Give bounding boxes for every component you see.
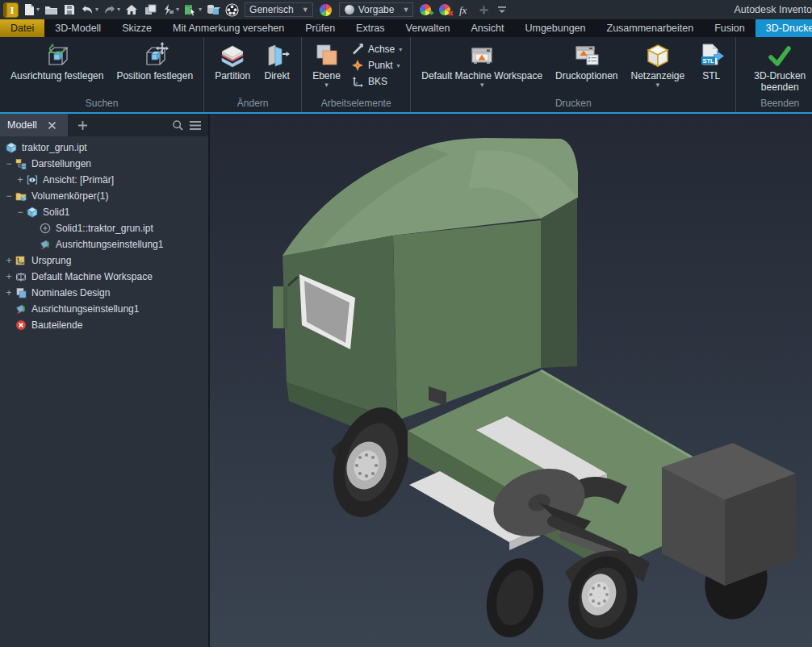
chevron-down-icon: ▾ [95,6,98,13]
tab-extras[interactable]: Extras [345,19,395,37]
vorgabe-dropdown[interactable]: Vorgabe▼ [339,2,414,17]
undo-icon[interactable]: ▾ [80,1,99,19]
add-icon[interactable] [475,1,492,19]
minus-expander-icon[interactable]: − [15,204,26,220]
ribbon-panel-title-suchen: Suchen [0,97,203,112]
home-icon[interactable] [123,1,140,19]
tree-item-default-machine-workspace[interactable]: +Default Machine Workspace [0,269,208,285]
open-folder-icon[interactable] [43,1,59,19]
representations-icon [15,158,27,169]
plus-expander-icon[interactable]: + [3,285,15,301]
ucs-icon [351,75,364,88]
inventor-logo[interactable]: I [2,1,19,19]
tree-item-volumenk-rper-1[interactable]: −Volumenkörper(1) [0,188,208,204]
tab-3d-drucken[interactable]: 3D-Drucken [755,19,812,37]
model-tree: traktor_grun.ipt−Darstellungen+Ansicht: … [0,136,208,647]
ribbon-button-druckoptionen[interactable]: Druckoptionen [550,40,623,81]
tab-datei[interactable]: Datei [0,19,44,37]
tab-umgebungen[interactable]: Umgebungen [514,19,596,37]
ribbon-button-partition[interactable]: Partition [209,40,256,81]
tab-verwalten[interactable]: Verwalten [396,19,461,37]
plus-expander-icon[interactable]: + [3,253,15,269]
chevron-down-icon: ▾ [324,81,329,90]
ribbon-button-position-festlegen[interactable]: Position festlegen [111,40,199,81]
pages-icon[interactable] [142,1,158,19]
plus-expander-icon[interactable]: + [15,172,26,188]
tab-zusammenarbeiten[interactable]: Zusammenarbeiten [596,19,705,37]
tab-ansicht[interactable]: Ansicht [460,19,514,37]
material-icon[interactable] [205,1,221,19]
direct-edit-icon [263,41,291,70]
save-icon[interactable] [61,1,77,19]
origin-icon [15,255,27,266]
redo-icon[interactable]: ▾ [102,1,121,19]
orient-cube-icon [44,41,71,70]
tab-fusion[interactable]: Fusion [704,19,755,37]
appearance-clear-icon[interactable] [437,1,454,19]
tab-pr-fen[interactable]: Prüfen [295,19,345,37]
tree-item-bauteilende[interactable]: Bauteilende [0,317,208,333]
browser-tab-label: Modell [7,119,37,131]
ribbon-button-achse[interactable]: Achse▾ [348,41,405,57]
generisch-dropdown[interactable]: Generisch▼ [245,2,313,17]
plus-expander-icon[interactable]: + [3,269,15,285]
tree-item-darstellungen[interactable]: −Darstellungen [0,156,208,172]
generisch-value: Generisch [249,4,294,15]
ribbon-button-stl[interactable]: STLSTL [692,40,730,81]
ribbon-button-label: Punkt [368,60,393,71]
title-bar: I▾▾▾▾▾Generisch▼Vorgabe▼fx Autodesk Inve… [0,0,812,19]
chevron-down-icon: ▾ [36,6,40,13]
ribbon-button-default-machine-workspace[interactable]: Default Machine Workspace▾ [416,40,548,90]
tree-item-ausrichtungseinstellung1[interactable]: Ausrichtungseinstellung1 [0,236,208,253]
minus-expander-icon[interactable]: − [3,156,15,172]
tree-item-ausrichtungseinstellung1[interactable]: Ausrichtungseinstellung1 [0,301,208,317]
appearance-ball-icon[interactable] [224,1,240,19]
ribbon-panel-arbeitselemente: Ebene▾Achse▾Punkt▾BKSArbeitselemente [302,37,411,112]
window-title: Autodesk Invento [727,4,812,15]
ribbon-button-ausrichtung-festlegen[interactable]: Ausrichtung festlegen [5,40,109,81]
menu-icon[interactable] [186,116,204,134]
ribbon-panel-suchen: Ausrichtung festlegenPosition festlegenS… [0,37,204,112]
tree-item-solid1[interactable]: −Solid1 [0,204,208,220]
svg-text:I: I [10,4,14,16]
search-icon[interactable] [169,116,186,134]
select-tool-icon[interactable]: ▾ [182,1,203,19]
fx-icon[interactable]: fx [457,1,473,19]
ribbon-button-ebene[interactable]: Ebene▾ [307,40,346,90]
point-icon [351,59,364,72]
svg-text:STL: STL [703,57,715,65]
browser-tab-modell[interactable]: Modell [0,114,68,136]
tree-item-nominales-design[interactable]: +Nominales Design [0,285,208,301]
ribbon-button-bks[interactable]: BKS [348,73,405,90]
add-tab-icon[interactable] [74,116,92,134]
ribbon-button-label: Partition [215,70,250,81]
stl-icon: STL [697,41,725,70]
ribbon-button-netzanzeige[interactable]: Netzanzeige▾ [626,40,691,90]
tab-3d-modell[interactable]: 3D-Modell [44,19,111,37]
chevron-down-icon: ▾ [117,6,120,13]
update-lightning-icon[interactable]: ▾ [161,1,180,19]
chevron-down-icon: ▼ [402,6,409,14]
view-eye-icon [26,174,39,186]
model-browser-panel: Modell traktor_grun.ipt−Darstellungen+An… [0,114,210,647]
plane-icon [313,41,341,70]
tab-skizze[interactable]: Skizze [111,19,162,37]
minus-expander-icon[interactable]: − [3,188,15,204]
ribbon-button-3d-drucken-beenden[interactable]: 3D-Drucken beenden [741,40,812,93]
partition-icon [219,41,246,70]
close-icon[interactable] [44,116,61,134]
tree-item-ansicht-prim-r[interactable]: +Ansicht: [Primär] [0,172,208,188]
color-wheel-icon[interactable] [318,1,334,19]
new-file-icon[interactable]: ▾ [22,1,40,19]
tab-mit-anmerkung-versehen[interactable]: Mit Anmerkung versehen [162,19,295,37]
viewport-3d[interactable] [210,114,812,647]
ribbon-button-direkt[interactable]: Direkt [257,40,296,81]
tree-item-ursprung[interactable]: +Ursprung [0,253,208,269]
tree-item-traktor-grun-ipt[interactable]: traktor_grun.ipt [0,140,208,156]
ribbon-panel-drucken: Default Machine Workspace▾DruckoptionenN… [411,37,736,112]
tree-item-solid1-traktor-grun-ipt[interactable]: Solid1::traktor_grun.ipt [0,220,208,236]
ribbon-panel-title-drucken: Drucken [411,97,735,112]
appearance-add-icon[interactable] [418,1,435,19]
ribbon-button-punkt[interactable]: Punkt▾ [348,57,405,73]
qat-expand-icon[interactable] [494,1,510,19]
